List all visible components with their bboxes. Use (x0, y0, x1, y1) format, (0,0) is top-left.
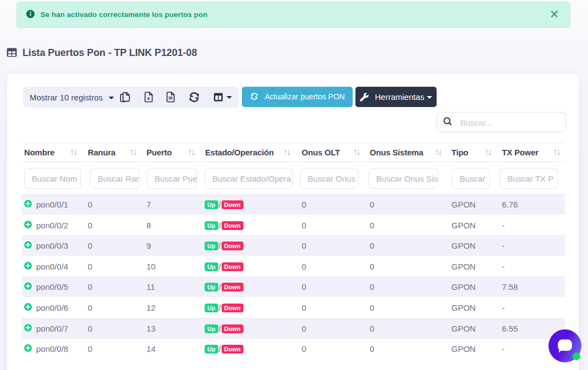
svg-text:x: x (147, 96, 150, 101)
